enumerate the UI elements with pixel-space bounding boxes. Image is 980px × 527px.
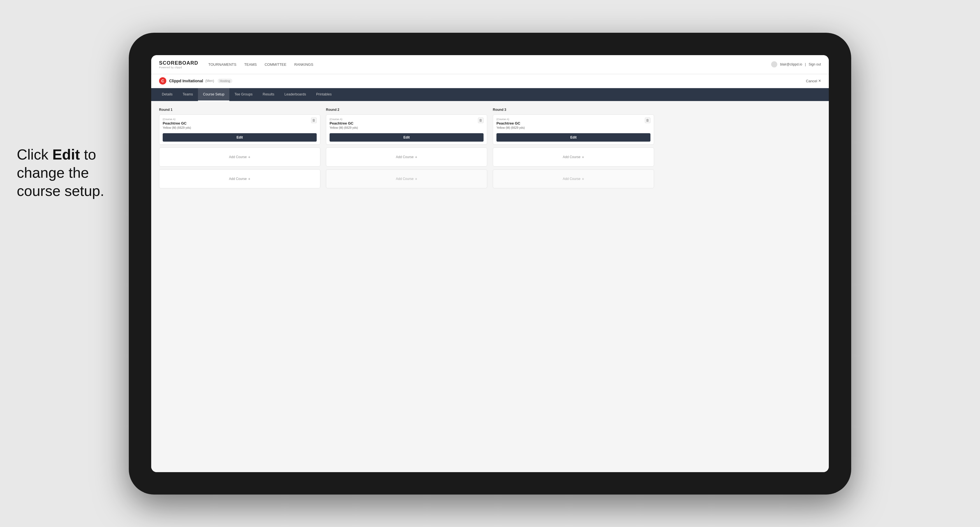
user-avatar bbox=[771, 61, 777, 67]
user-email: blair@clippd.io bbox=[780, 62, 802, 66]
course-info: (Course A) Peachtree GC Yellow (M) (6629… bbox=[329, 117, 358, 132]
plus-icon: + bbox=[248, 155, 250, 159]
add-course-card-r3-2: Add Course + bbox=[493, 169, 654, 188]
tab-course-setup[interactable]: Course Setup bbox=[198, 88, 229, 101]
tab-leaderboards[interactable]: Leaderboards bbox=[280, 88, 311, 101]
cancel-icon: × bbox=[818, 78, 821, 83]
nav-separator: | bbox=[805, 62, 806, 66]
round-2-title: Round 2 bbox=[326, 108, 487, 112]
round-3-column: Round 3 (Course A) Peachtree GC Yellow (… bbox=[493, 108, 654, 191]
course-details: Yellow (M) (6629 yds) bbox=[163, 126, 191, 129]
course-info: (Course A) Peachtree GC Yellow (M) (6629… bbox=[496, 117, 525, 132]
plus-icon: + bbox=[582, 176, 584, 181]
tournament-bar: C Clippd Invitational (Men) Hosting Canc… bbox=[151, 74, 829, 88]
tablet-device: SCOREBOARD Powered by clippd TOURNAMENTS… bbox=[129, 33, 851, 495]
course-label: (Course A) bbox=[329, 117, 358, 121]
add-course-text: Add Course + bbox=[563, 155, 584, 159]
round-1-course-card: (Course A) Peachtree GC Yellow (M) (6629… bbox=[159, 114, 320, 145]
round-2-column: Round 2 (Course A) Peachtree GC Yellow (… bbox=[326, 108, 487, 191]
course-card-header: (Course A) Peachtree GC Yellow (M) (6629… bbox=[163, 117, 317, 132]
tournament-logo: C bbox=[159, 77, 166, 84]
tournament-name: Clippd Invitational bbox=[169, 79, 203, 83]
add-course-card-r1-1[interactable]: Add Course + bbox=[159, 148, 320, 167]
nav-teams[interactable]: TEAMS bbox=[244, 61, 257, 68]
add-course-text-disabled: Add Course + bbox=[563, 176, 584, 181]
tab-printables[interactable]: Printables bbox=[311, 88, 337, 101]
edit-course-button-r1[interactable]: Edit bbox=[163, 133, 317, 141]
tablet-screen: SCOREBOARD Powered by clippd TOURNAMENTS… bbox=[151, 55, 829, 472]
nav-tournaments[interactable]: TOURNAMENTS bbox=[208, 61, 236, 68]
add-course-card-r3-1[interactable]: Add Course + bbox=[493, 148, 654, 167]
edit-course-button-r2[interactable]: Edit bbox=[329, 133, 484, 141]
edit-highlight: Edit bbox=[52, 146, 80, 163]
delete-course-button[interactable]: 🗑 bbox=[478, 117, 484, 123]
nav-committee[interactable]: COMMITTEE bbox=[265, 61, 286, 68]
add-course-card-r2-2: Add Course + bbox=[326, 169, 487, 188]
plus-icon: + bbox=[415, 176, 417, 181]
add-course-text: Add Course + bbox=[229, 155, 251, 159]
sign-out-link[interactable]: Sign out bbox=[809, 62, 821, 66]
course-info: (Course A) Peachtree GC Yellow (M) (6629… bbox=[163, 117, 191, 132]
course-label: (Course A) bbox=[163, 117, 191, 121]
hosting-badge: Hosting bbox=[218, 79, 232, 83]
plus-icon: + bbox=[582, 155, 584, 159]
tab-bar: Details Teams Course Setup Tee Groups Re… bbox=[151, 88, 829, 101]
add-course-card-r2-1[interactable]: Add Course + bbox=[326, 148, 487, 167]
round-1-title: Round 1 bbox=[159, 108, 320, 112]
tab-tee-groups[interactable]: Tee Groups bbox=[229, 88, 258, 101]
tab-results[interactable]: Results bbox=[258, 88, 280, 101]
nav-links: TOURNAMENTS TEAMS COMMITTEE RANKINGS bbox=[208, 61, 771, 68]
tournament-gender: (Men) bbox=[205, 79, 214, 83]
course-details: Yellow (M) (6629 yds) bbox=[329, 126, 358, 129]
main-content: Round 1 (Course A) Peachtree GC Yellow (… bbox=[151, 101, 829, 472]
course-name: Peachtree GC bbox=[329, 121, 358, 125]
nav-right: blair@clippd.io | Sign out bbox=[771, 61, 821, 67]
course-label: (Course A) bbox=[496, 117, 525, 121]
add-course-text: Add Course + bbox=[229, 176, 251, 181]
annotation-text: Click Edit tochange thecourse setup. bbox=[17, 146, 104, 200]
round-3-title: Round 3 bbox=[493, 108, 654, 112]
delete-course-button[interactable]: 🗑 bbox=[311, 117, 317, 123]
add-course-card-r1-2[interactable]: Add Course + bbox=[159, 169, 320, 188]
tab-details[interactable]: Details bbox=[157, 88, 178, 101]
powered-by: Powered by clippd bbox=[159, 66, 198, 69]
plus-icon: + bbox=[248, 176, 250, 181]
scoreboard-logo: SCOREBOARD bbox=[159, 60, 198, 66]
nav-rankings[interactable]: RANKINGS bbox=[294, 61, 313, 68]
course-card-header: (Course A) Peachtree GC Yellow (M) (6629… bbox=[496, 117, 651, 132]
edit-course-button-r3[interactable]: Edit bbox=[496, 133, 651, 141]
tab-teams[interactable]: Teams bbox=[178, 88, 198, 101]
logo-area: SCOREBOARD Powered by clippd bbox=[159, 60, 198, 69]
top-navigation: SCOREBOARD Powered by clippd TOURNAMENTS… bbox=[151, 55, 829, 74]
plus-icon: + bbox=[415, 155, 417, 159]
round-3-course-card: (Course A) Peachtree GC Yellow (M) (6629… bbox=[493, 114, 654, 145]
delete-course-button[interactable]: 🗑 bbox=[645, 117, 651, 123]
course-name: Peachtree GC bbox=[163, 121, 191, 125]
add-course-text: Add Course + bbox=[396, 155, 417, 159]
rounds-grid: Round 1 (Course A) Peachtree GC Yellow (… bbox=[159, 108, 821, 191]
add-course-text-disabled: Add Course + bbox=[396, 176, 417, 181]
course-details: Yellow (M) (6629 yds) bbox=[496, 126, 525, 129]
round-2-course-card: (Course A) Peachtree GC Yellow (M) (6629… bbox=[326, 114, 487, 145]
course-name: Peachtree GC bbox=[496, 121, 525, 125]
course-card-header: (Course A) Peachtree GC Yellow (M) (6629… bbox=[329, 117, 484, 132]
round-1-column: Round 1 (Course A) Peachtree GC Yellow (… bbox=[159, 108, 320, 191]
cancel-button[interactable]: Cancel × bbox=[806, 78, 821, 83]
